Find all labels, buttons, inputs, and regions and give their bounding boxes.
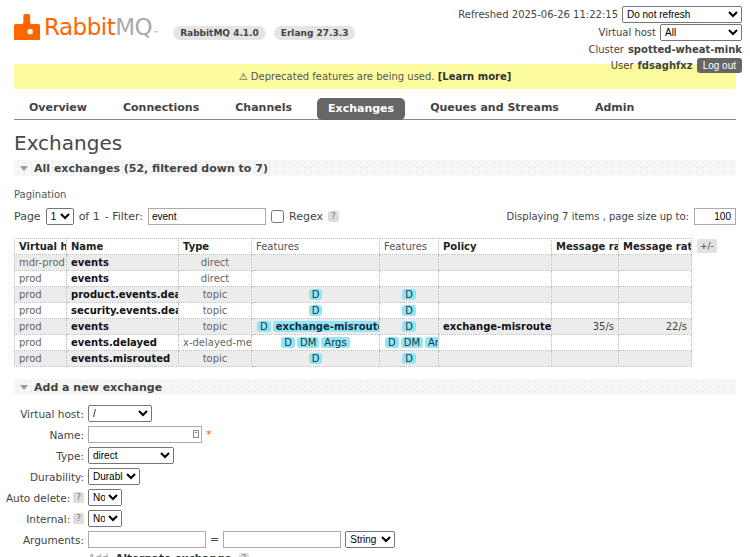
header: RabbitMQ™ RabbitMQ 4.1.0Erlang 27.3.3 Re… xyxy=(0,0,750,62)
page-select[interactable]: 1 xyxy=(46,208,74,225)
rabbitmq-logo[interactable]: RabbitMQ™ xyxy=(14,14,159,40)
feature-badge: DM xyxy=(297,337,319,348)
exchange-name-link[interactable]: events xyxy=(67,319,179,335)
rabbitmq-logo-icon xyxy=(14,14,40,40)
cell-rate-in xyxy=(552,255,619,271)
filter-input[interactable] xyxy=(148,208,266,225)
argument-value-input[interactable] xyxy=(223,531,341,548)
cluster-name: spotted-wheat-mink xyxy=(628,42,742,57)
column-header-type[interactable]: Type xyxy=(179,239,252,255)
form-arguments-label: Arguments: xyxy=(14,534,84,546)
exchange-type-select[interactable]: direct xyxy=(88,447,174,464)
autodelete-help-icon[interactable]: ? xyxy=(73,492,84,503)
durability-select[interactable]: Durable xyxy=(88,468,140,485)
alternate-exchange-label[interactable]: Alternate exchange xyxy=(115,552,231,557)
add-argument-link[interactable]: Add xyxy=(88,552,108,557)
feature-badge: D xyxy=(385,337,399,348)
column-header-name[interactable]: Name xyxy=(67,239,179,255)
form-durability-label: Durability: xyxy=(14,471,84,483)
tab-overview[interactable]: Overview xyxy=(18,97,98,119)
tab-admin[interactable]: Admin xyxy=(584,97,645,119)
internal-select[interactable]: No xyxy=(88,510,122,527)
alternate-help-icon[interactable]: ? xyxy=(239,553,250,557)
cell-policy xyxy=(439,255,552,271)
column-header-features: Features xyxy=(252,239,380,255)
cell-policy xyxy=(439,351,552,367)
page-label: Page xyxy=(14,210,41,223)
refreshed-label: Refreshed 2025-06-26 11:22:15 xyxy=(458,7,618,22)
exchange-name-link[interactable]: security.events.dead-letter xyxy=(67,303,179,319)
warning-icon: ⚠ xyxy=(239,71,248,82)
column-header-features: Features xyxy=(380,239,439,255)
cell-features xyxy=(252,271,380,287)
column-header-message-rate-out[interactable]: Message rate out xyxy=(619,239,692,255)
column-header-policy[interactable]: Policy xyxy=(439,239,552,255)
cell-vhost: prod xyxy=(15,351,67,367)
regex-label: Regex xyxy=(289,210,323,223)
exchange-name-link[interactable]: events.misrouted xyxy=(67,351,179,367)
cell-rate-in xyxy=(552,287,619,303)
main-content: Exchanges All exchanges (52, filtered do… xyxy=(0,131,750,557)
section-add-exchange[interactable]: Add a new exchange xyxy=(14,379,736,395)
argument-key-input[interactable] xyxy=(88,531,206,548)
page-size-input[interactable] xyxy=(694,208,736,225)
exchange-name-input[interactable] xyxy=(88,426,202,443)
column-header-message-rate-in[interactable]: Message rate in xyxy=(552,239,619,255)
cell-vhost: prod xyxy=(15,303,67,319)
form-autodelete-label: Auto delete: xyxy=(6,492,70,504)
form-vhost-select[interactable]: / xyxy=(88,405,152,422)
tab-queues-and-streams[interactable]: Queues and Streams xyxy=(419,97,570,119)
internal-help-icon[interactable]: ? xyxy=(73,513,84,524)
table-row[interactable]: prodevents.delayedx-delayed-messageDDMAr… xyxy=(15,335,692,351)
cell-vhost: prod xyxy=(15,335,67,351)
table-row[interactable]: prodsecurity.events.dead-lettertopicDD xyxy=(15,303,692,319)
tab-channels[interactable]: Channels xyxy=(224,97,303,119)
collapse-triangle-icon xyxy=(20,385,28,390)
cell-rate-out xyxy=(619,303,692,319)
section-all-exchanges[interactable]: All exchanges (52, filtered down to 7) xyxy=(14,160,736,176)
feature-badge: Args xyxy=(321,337,349,348)
table-row[interactable]: prodevents.misroutedtopicDD xyxy=(15,351,692,367)
exchange-name-link[interactable]: events xyxy=(67,271,179,287)
cell-type: topic xyxy=(179,287,252,303)
table-row[interactable]: prodeventsdirect xyxy=(15,271,692,287)
tab-exchanges[interactable]: Exchanges xyxy=(317,98,405,120)
feature-badge: D xyxy=(402,353,416,364)
column-chooser-button[interactable]: +/- xyxy=(697,239,717,253)
feature-badge: D xyxy=(257,321,271,332)
user-label: User xyxy=(611,58,634,73)
tab-connections[interactable]: Connections xyxy=(112,97,210,119)
autodelete-select[interactable]: No xyxy=(88,489,122,506)
version-badges: RabbitMQ 4.1.0Erlang 27.3.3 xyxy=(173,26,355,40)
column-header-virtual-host[interactable]: Virtual host xyxy=(15,239,67,255)
cell-rate-out xyxy=(619,255,692,271)
regex-checkbox[interactable] xyxy=(271,210,284,223)
cell-features xyxy=(380,255,439,271)
exchanges-table: Virtual hostNameTypeFeaturesFeaturesPoli… xyxy=(14,238,692,367)
brand-mq: MQ xyxy=(115,14,152,40)
feature-badge: D xyxy=(281,337,295,348)
vhost-label: Virtual host xyxy=(599,25,656,40)
pagination-label: Pagination xyxy=(14,189,736,200)
argument-type-select[interactable]: String xyxy=(345,531,395,548)
vhost-select[interactable]: All xyxy=(660,24,742,41)
table-row[interactable]: prodeventstopicDexchange-misrouted-polic… xyxy=(15,319,692,335)
table-row[interactable]: prodproduct.events.dead-lettertopicDD xyxy=(15,287,692,303)
regex-help-icon[interactable]: ? xyxy=(328,211,339,222)
table-row[interactable]: mdr-prodeventsdirect xyxy=(15,255,692,271)
exchange-name-link[interactable]: product.events.dead-letter xyxy=(67,287,179,303)
cell-vhost: mdr-prod xyxy=(15,255,67,271)
feature-badge: D xyxy=(309,289,323,300)
refresh-interval-select[interactable]: Do not refresh xyxy=(622,6,742,23)
feature-badge: D xyxy=(309,353,323,364)
exchange-name-link[interactable]: events xyxy=(67,255,179,271)
paste-icon[interactable] xyxy=(193,430,199,438)
exchange-name-link[interactable]: events.delayed xyxy=(67,335,179,351)
cell-policy xyxy=(439,287,552,303)
cell-features xyxy=(252,255,380,271)
logout-button[interactable]: Log out xyxy=(697,58,742,73)
learn-more-link[interactable]: [Learn more] xyxy=(438,71,512,82)
user-name: fdsaghfxz xyxy=(638,58,693,73)
cell-rate-out xyxy=(619,287,692,303)
cell-rate-out xyxy=(619,351,692,367)
